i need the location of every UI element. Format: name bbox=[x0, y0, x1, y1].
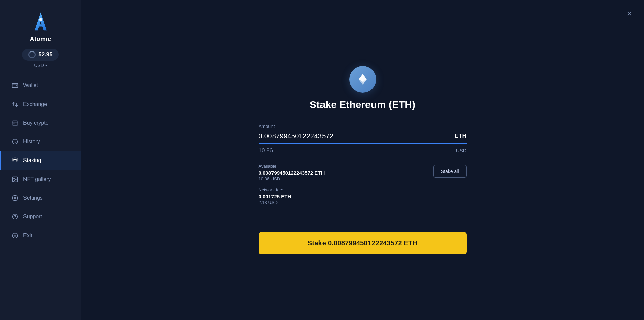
info-left: Available: 0.008799450122243572 ETH 10.8… bbox=[259, 164, 325, 205]
staking-icon bbox=[12, 157, 18, 164]
svg-rect-5 bbox=[12, 121, 18, 125]
sidebar-item-settings[interactable]: Settings bbox=[0, 189, 81, 207]
sidebar-item-buy-crypto[interactable]: Buy crypto bbox=[0, 114, 81, 132]
sidebar-item-settings-label: Settings bbox=[23, 195, 43, 201]
exit-icon bbox=[12, 232, 18, 239]
buy-crypto-icon bbox=[12, 120, 18, 126]
amount-usd-row: 10.86 USD bbox=[259, 147, 467, 154]
amount-usd-label: USD bbox=[456, 148, 467, 153]
available-eth: 0.008799450122243572 ETH bbox=[259, 170, 325, 176]
amount-input[interactable] bbox=[259, 132, 451, 140]
history-icon bbox=[12, 138, 18, 145]
balance-amount: 52.95 bbox=[38, 51, 53, 58]
amount-usd-value: 10.86 bbox=[259, 147, 273, 154]
sidebar-item-staking[interactable]: Staking bbox=[0, 151, 81, 170]
stake-title: Stake Ethereum (ETH) bbox=[310, 99, 415, 110]
amount-label: Amount bbox=[259, 124, 467, 129]
logo-container: Atomic bbox=[29, 10, 53, 43]
exchange-icon bbox=[12, 101, 18, 108]
sidebar-item-exchange-label: Exchange bbox=[23, 101, 47, 107]
svg-point-11 bbox=[13, 214, 18, 219]
info-section: Available: 0.008799450122243572 ETH 10.8… bbox=[259, 164, 467, 205]
stake-main-button[interactable]: Stake 0.008799450122243572 ETH bbox=[259, 232, 467, 254]
svg-point-7 bbox=[13, 158, 17, 160]
available-block: Available: 0.008799450122243572 ETH 10.8… bbox=[259, 164, 325, 181]
eth-icon bbox=[349, 66, 376, 93]
sidebar-item-nft-gallery-label: NFT gallery bbox=[23, 176, 51, 182]
svg-point-3 bbox=[39, 18, 42, 21]
support-icon bbox=[12, 213, 18, 220]
sidebar-item-history[interactable]: History bbox=[0, 132, 81, 151]
balance-container: 52.95 USD ▾ bbox=[22, 49, 59, 68]
network-fee-block: Network fee: 0.001725 ETH 2.13 USD bbox=[259, 187, 325, 205]
available-usd: 10.86 USD bbox=[259, 176, 325, 181]
sidebar-item-nft-gallery[interactable]: NFT gallery bbox=[0, 170, 81, 189]
sidebar-item-exit-label: Exit bbox=[23, 233, 32, 239]
available-label: Available: bbox=[259, 164, 325, 169]
network-fee-label: Network fee: bbox=[259, 187, 325, 192]
balance-badge: 52.95 bbox=[22, 49, 59, 61]
sidebar-item-wallet[interactable]: Wallet bbox=[0, 76, 81, 95]
eth-diamond-icon bbox=[356, 73, 369, 86]
app-name: Atomic bbox=[30, 36, 51, 43]
stake-card: Stake Ethereum (ETH) Amount ETH 10.86 US… bbox=[259, 66, 467, 254]
currency-selector[interactable]: USD ▾ bbox=[34, 63, 47, 68]
network-fee-usd: 2.13 USD bbox=[259, 200, 325, 205]
amount-currency: ETH bbox=[455, 133, 467, 140]
main-content: × Stake Ethereum (ETH) Amount ETH 10.86 bbox=[81, 0, 644, 320]
currency-chevron-icon: ▾ bbox=[45, 64, 47, 67]
svg-rect-2 bbox=[37, 24, 44, 26]
close-button[interactable]: × bbox=[626, 8, 633, 19]
settings-icon bbox=[12, 195, 18, 201]
sidebar-item-history-label: History bbox=[23, 139, 40, 145]
wallet-icon bbox=[12, 82, 18, 89]
sidebar: Atomic 52.95 USD ▾ Wallet bbox=[0, 0, 81, 320]
svg-point-9 bbox=[14, 178, 15, 179]
sidebar-item-support[interactable]: Support bbox=[0, 207, 81, 226]
currency-label: USD bbox=[34, 63, 44, 68]
atomic-logo-icon bbox=[29, 10, 53, 34]
sidebar-item-buy-crypto-label: Buy crypto bbox=[23, 120, 49, 126]
svg-rect-4 bbox=[12, 83, 18, 87]
nft-gallery-icon bbox=[12, 176, 18, 183]
amount-section: Amount ETH 10.86 USD bbox=[259, 124, 467, 154]
sidebar-item-wallet-label: Wallet bbox=[23, 82, 38, 88]
svg-marker-1 bbox=[35, 12, 47, 30]
sidebar-item-exchange[interactable]: Exchange bbox=[0, 95, 81, 114]
sidebar-item-support-label: Support bbox=[23, 214, 42, 220]
nav-menu: Wallet Exchange Buy crypto bbox=[0, 76, 81, 313]
svg-point-10 bbox=[14, 197, 16, 199]
balance-spinner-icon bbox=[28, 51, 36, 58]
sidebar-item-staking-label: Staking bbox=[23, 157, 41, 164]
amount-input-row: ETH bbox=[259, 132, 467, 144]
stake-all-button[interactable]: Stake all bbox=[433, 165, 467, 178]
sidebar-item-exit[interactable]: Exit bbox=[0, 226, 81, 245]
network-fee-eth: 0.001725 ETH bbox=[259, 194, 325, 199]
